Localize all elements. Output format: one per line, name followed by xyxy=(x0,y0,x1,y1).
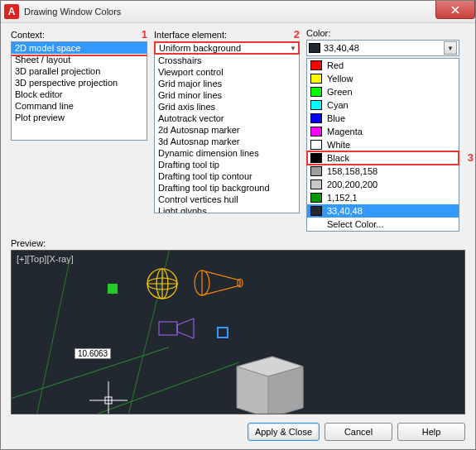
context-item[interactable]: Sheet / layout xyxy=(12,54,147,65)
window-title: Drawing Window Colors xyxy=(24,7,472,17)
interface-element-column: Interface element: 2 Uniform background … xyxy=(154,28,300,232)
context-item[interactable]: 3D parallel projection xyxy=(12,65,147,77)
color-name: Yellow xyxy=(327,74,353,84)
color-item[interactable]: White xyxy=(307,138,459,151)
interface-element-item[interactable]: Drafting tool tip background xyxy=(155,182,299,194)
color-swatch xyxy=(310,60,322,70)
interface-element-item[interactable]: Drafting tool tip contour xyxy=(155,170,299,182)
context-column: Context: 1 2D model spaceSheet / layout3… xyxy=(11,28,147,232)
color-swatch xyxy=(310,180,322,189)
color-column: Color: 33,40,48 ▼ RedYellowGreenCyanBlue… xyxy=(306,28,459,232)
interface-element-value: Uniform background xyxy=(159,43,241,53)
color-item[interactable]: 200,200,200 xyxy=(307,178,459,191)
color-item[interactable]: Black3 xyxy=(307,151,459,165)
color-name: 33,40,48 xyxy=(327,206,363,216)
color-current-swatch xyxy=(309,43,320,53)
button-row: Apply & Close Cancel Help xyxy=(1,414,475,449)
context-item[interactable]: Plot preview xyxy=(12,112,147,123)
color-item[interactable]: Magenta xyxy=(307,125,459,138)
color-swatch xyxy=(310,206,322,216)
preview-label: Preview: xyxy=(11,238,475,248)
cube-icon xyxy=(227,342,310,414)
color-label: Color: xyxy=(306,28,459,38)
app-icon: A xyxy=(4,4,19,19)
context-item[interactable]: 3D perspective projection xyxy=(12,77,147,89)
preview-overlay-text: [+][Top][X-ray] xyxy=(17,254,74,264)
preview-area: [+][Top][X-ray] xyxy=(11,250,465,414)
color-item[interactable]: 158,158,158 xyxy=(307,165,459,178)
color-swatch xyxy=(310,74,322,84)
interface-element-item[interactable]: Light glyphs xyxy=(155,205,299,213)
svg-rect-7 xyxy=(159,322,177,335)
interface-element-item[interactable]: Control vertices hull xyxy=(155,194,299,205)
interface-element-item[interactable]: Crosshairs xyxy=(155,55,299,66)
color-item[interactable]: Blue xyxy=(307,112,459,125)
color-swatch xyxy=(310,87,322,97)
color-swatch xyxy=(310,153,322,163)
color-name: Blue xyxy=(327,113,345,123)
color-item[interactable]: Cyan xyxy=(307,98,459,112)
color-name: Black xyxy=(327,153,349,163)
color-listbox[interactable]: RedYellowGreenCyanBlueMagentaWhiteBlack3… xyxy=(306,58,459,232)
interface-element-item[interactable]: Dynamic dimension lines xyxy=(155,147,299,159)
callout-1: 1 xyxy=(142,28,147,41)
color-name: Select Color... xyxy=(327,219,383,229)
color-name: 200,200,200 xyxy=(327,180,377,189)
interface-element-item[interactable]: Drafting tool tip xyxy=(155,159,299,170)
chevron-down-icon: ▼ xyxy=(444,41,457,55)
crosshair-icon xyxy=(89,381,127,414)
color-name: 1,152,1 xyxy=(327,193,358,203)
callout-2: 2 xyxy=(294,28,300,41)
callout-3: 3 xyxy=(468,151,474,164)
interface-element-item[interactable]: Grid minor lines xyxy=(155,89,299,101)
selection-box-icon xyxy=(217,327,228,338)
color-item[interactable]: Select Color... xyxy=(307,218,459,231)
chevron-down-icon: ▼ xyxy=(290,45,296,52)
color-item[interactable]: 33,40,48 xyxy=(307,204,459,218)
color-swatch xyxy=(310,193,322,203)
interface-element-label: Interface element: xyxy=(154,30,227,40)
main-content: Context: 1 2D model spaceSheet / layout3… xyxy=(1,23,475,237)
color-dropdown[interactable]: 33,40,48 ▼ xyxy=(306,40,459,56)
cancel-button[interactable]: Cancel xyxy=(325,423,392,441)
close-icon xyxy=(451,6,459,14)
color-name: Magenta xyxy=(327,127,363,136)
context-label: Context: xyxy=(11,30,45,40)
camera-icon xyxy=(157,315,199,345)
interface-element-item[interactable]: 3d Autosnap marker xyxy=(155,136,299,147)
interface-element-listbox[interactable]: CrosshairsViewport controlGrid major lin… xyxy=(154,55,300,213)
interface-element-item[interactable]: 2d Autosnap marker xyxy=(155,124,299,136)
dialog-window: A Drawing Window Colors Context: 1 2D mo… xyxy=(0,0,476,450)
apply-close-button[interactable]: Apply & Close xyxy=(248,423,320,441)
context-listbox[interactable]: 2D model spaceSheet / layout3D parallel … xyxy=(11,41,147,141)
context-item[interactable]: Block editor xyxy=(12,89,147,100)
interface-element-item[interactable]: Grid axis lines xyxy=(155,101,299,112)
help-button[interactable]: Help xyxy=(397,423,465,441)
color-name: 158,158,158 xyxy=(327,166,377,176)
color-item[interactable]: 1,152,1 xyxy=(307,191,459,204)
color-name: Cyan xyxy=(327,100,349,110)
close-button[interactable] xyxy=(435,1,475,19)
titlebar: A Drawing Window Colors xyxy=(1,1,475,23)
interface-element-item[interactable]: Viewport control xyxy=(155,66,299,78)
measure-tooltip: 10.6063 xyxy=(75,348,111,359)
snap-marker-icon xyxy=(108,284,118,294)
color-name: White xyxy=(327,140,350,150)
color-swatch xyxy=(310,127,322,136)
grid-line xyxy=(31,259,70,414)
color-swatch xyxy=(310,166,322,176)
interface-element-item[interactable]: Grid major lines xyxy=(155,78,299,89)
color-swatch xyxy=(310,140,322,150)
interface-element-item[interactable]: Autotrack vector xyxy=(155,112,299,124)
color-current-value: 33,40,48 xyxy=(324,43,359,53)
context-item[interactable]: 2D model space xyxy=(12,42,147,54)
color-item[interactable]: Red xyxy=(307,59,459,72)
interface-element-dropdown[interactable]: Uniform background ▼ xyxy=(154,41,300,55)
color-swatch xyxy=(310,100,322,110)
grid-line xyxy=(45,362,239,414)
color-item[interactable]: Yellow xyxy=(307,72,459,85)
context-item[interactable]: Command line xyxy=(12,100,147,112)
color-name: Green xyxy=(327,87,353,97)
color-name: Red xyxy=(327,60,344,70)
color-item[interactable]: Green xyxy=(307,85,459,98)
